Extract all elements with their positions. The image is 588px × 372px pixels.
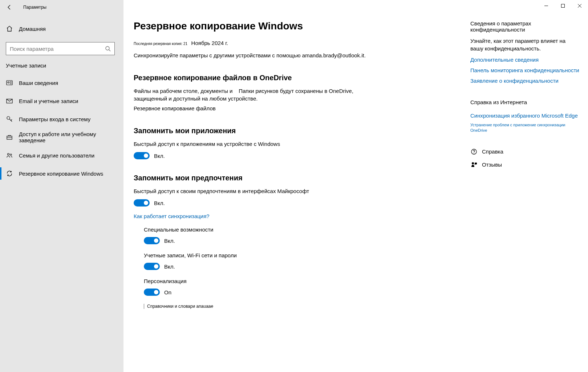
sidebar-item-backup[interactable]: Резервное копирование Windows [0, 164, 123, 183]
people-icon [6, 152, 13, 159]
action-label: Отзывы [482, 162, 502, 168]
action-help[interactable]: Справка [470, 148, 579, 155]
sidebar-item-your-info[interactable]: Ваши сведения [0, 74, 123, 92]
link-privacy-statement[interactable]: Заявление о конфиденциальности [470, 77, 579, 85]
maximize-button[interactable] [555, 0, 571, 12]
briefcase-icon [6, 134, 13, 141]
toggle-label: On [164, 289, 171, 295]
sidebar-item-email[interactable]: Email и учетные записи [0, 92, 123, 110]
action-label: Справка [482, 148, 503, 155]
toggle-accessibility[interactable] [144, 237, 160, 244]
action-feedback[interactable]: Отзывы [470, 161, 579, 168]
prefs-desc: Быстрый доступ к своим предпочтениям в и… [134, 187, 378, 195]
svg-point-2 [8, 82, 9, 83]
toggle-remember-apps[interactable] [134, 152, 150, 159]
onedrive-heading: Резервное копирование файлов в OneDrive [134, 74, 378, 82]
toggle-accounts-wifi[interactable] [144, 263, 160, 270]
apps-desc: Быстрый доступ к приложениям на устройст… [134, 140, 378, 148]
label-accounts-wifi: Учетные записи, Wi-Fi сети и пароли [144, 252, 378, 258]
sync-icon [6, 170, 13, 177]
apps-heading: Запомнить мои приложения [134, 127, 378, 135]
label-accessibility: Специальные возможности [144, 226, 378, 233]
search-box[interactable] [6, 42, 115, 55]
search-icon [105, 46, 111, 52]
last-backup-date: Ноябрь 2024 г. [191, 40, 228, 46]
sidebar-item-label: Резервное копирование Windows [19, 171, 103, 177]
help-icon [470, 148, 478, 155]
link-onedrive-fix[interactable]: Устранение проблем с приложение синхрони… [470, 122, 579, 134]
feedback-icon [470, 161, 478, 168]
nav-home-label: Домашняя [19, 26, 46, 32]
close-button[interactable] [571, 0, 588, 12]
privacy-heading: Сведения о параметрах конфиденциальности [470, 20, 579, 33]
back-button[interactable] [4, 1, 15, 13]
onedrive-files: Резервное копирование файлов [134, 105, 378, 112]
search-input[interactable] [10, 46, 101, 52]
onedrive-desc: Файлы на рабочем столе, документы и Папк… [134, 87, 378, 102]
toggle-label: Вкл. [154, 200, 165, 206]
window-title: Параметры [23, 5, 46, 10]
person-card-icon [6, 79, 13, 86]
toggle-personalization[interactable] [144, 289, 160, 296]
link-more-info[interactable]: Дополнительные сведения [470, 56, 579, 64]
link-how-sync-works[interactable]: Как работает синхронизация? [134, 213, 378, 219]
link-privacy-dashboard[interactable]: Панель мониторинга конфиденциальности [470, 66, 579, 74]
toggle-label: Вкл. [164, 263, 175, 270]
page-title: Резервное копирование Windows [134, 20, 378, 32]
sidebar-item-family[interactable]: Семья и другие пользователи [0, 146, 123, 164]
sidebar-item-signin[interactable]: Параметры входа в систему [0, 110, 123, 128]
sidebar-item-label: Семья и другие пользователи [19, 152, 94, 159]
svg-point-10 [472, 162, 474, 164]
toggle-remember-prefs[interactable] [134, 199, 150, 207]
svg-point-9 [474, 153, 474, 154]
svg-point-0 [106, 46, 109, 50]
sync-description: Синхронизируйте параметры с другими устр… [134, 52, 378, 59]
label-dictionaries: Справочники и словари anauaae [144, 304, 378, 309]
key-icon [6, 115, 13, 123]
svg-rect-11 [561, 4, 565, 8]
svg-point-4 [7, 116, 10, 119]
label-personalization: Персонализация [144, 278, 378, 284]
last-backup-label: Последняя резервная копия: 21 [134, 42, 187, 46]
svg-point-6 [8, 154, 9, 155]
sidebar-item-work[interactable]: Доступ к работе или учебному заведение [0, 128, 123, 146]
privacy-desc: Узнайте, как этот параметр влияет на ваш… [470, 37, 579, 52]
help-heading: Справка из Интернета [470, 99, 579, 105]
home-icon [6, 25, 13, 32]
sidebar-section-accounts: Учетные записи [0, 62, 123, 74]
sidebar-item-label: Ваши сведения [19, 80, 58, 86]
sidebar-item-label: Email и учетные записи [19, 98, 78, 104]
minimize-icon [544, 4, 548, 8]
minimize-button[interactable] [538, 0, 555, 12]
arrow-left-icon [7, 4, 12, 10]
link-edge-sync[interactable]: Синхронизация избранного Microsoft Edge [470, 112, 579, 119]
sidebar-item-label: Параметры входа в систему [19, 116, 90, 122]
maximize-icon [561, 4, 565, 8]
svg-point-7 [10, 154, 12, 155]
nav-home[interactable]: Домашняя [0, 20, 123, 38]
close-icon [578, 4, 581, 8]
prefs-heading: Запомнить мои предпочтения [134, 174, 378, 182]
sidebar-item-label: Доступ к работе или учебному заведение [19, 131, 118, 143]
toggle-label: Вкл. [154, 153, 165, 159]
mail-icon [6, 97, 13, 105]
toggle-label: Вкл. [164, 238, 175, 244]
